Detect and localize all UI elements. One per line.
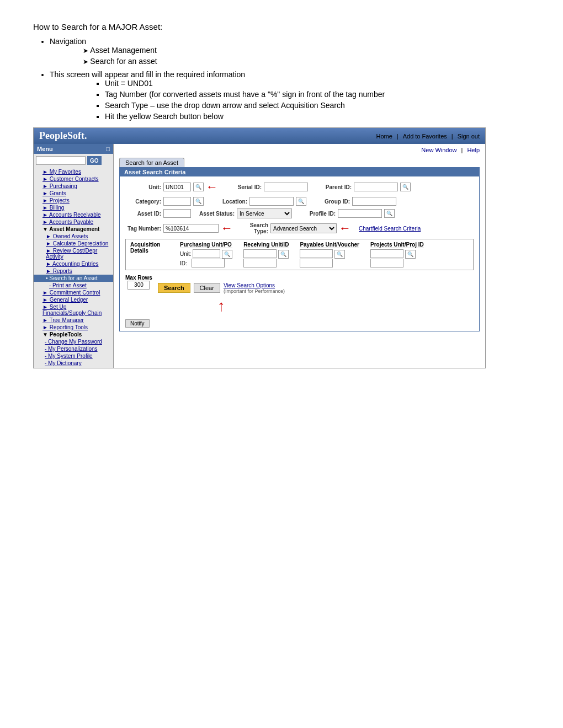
unit-lookup-button[interactable]: 🔍 [193, 183, 204, 191]
acq-col-receiving: Receiving Unit/ID 🔍 [243, 242, 289, 267]
unit-label: Unit: [125, 184, 161, 190]
acq-purchasing-unit-input[interactable] [193, 249, 220, 258]
category-input[interactable] [163, 197, 191, 206]
nav-item-asset-mgmt: Asset Management [83, 46, 530, 55]
sidebar-item-dictionary[interactable]: - My Dictionary [34, 360, 113, 367]
asset-status-field-group: Asset Status: In Service Disposed Transf… [199, 208, 292, 218]
category-label: Category: [125, 199, 161, 205]
sidebar-item-commitment[interactable]: ► Commitment Control [34, 289, 113, 296]
ps-top-bar: New Window | Help [119, 147, 480, 153]
sidebar-item-projects[interactable]: ► Projects [34, 197, 113, 204]
sidebar-item-ar[interactable]: ► Accounts Receivable [34, 211, 113, 218]
maxrows-input[interactable] [128, 281, 150, 290]
acq-col-payables: Payables Unit/Voucher 🔍 [300, 242, 359, 267]
search-button[interactable]: Search [158, 283, 190, 293]
acq-receiving-unit-input[interactable] [243, 249, 277, 258]
nav-item-search-asset: Search for an asset [83, 57, 530, 66]
chartfield-search-criteria-link[interactable]: Chartfield Search Criteria [359, 226, 421, 232]
home-link[interactable]: Home [376, 133, 392, 140]
profile-id-lookup-button[interactable]: 🔍 [384, 209, 395, 218]
profile-id-input[interactable] [338, 209, 382, 218]
serial-id-input[interactable] [264, 183, 308, 191]
acq-projects-id-input[interactable] [370, 259, 403, 267]
document-content: How to Search for a MAJOR Asset: Navigat… [33, 22, 530, 368]
sidebar-item-accounting[interactable]: ► Accounting Entries [34, 260, 113, 267]
asset-search-form: Asset Search Criteria Unit: 🔍 ← Ser [119, 167, 480, 331]
sidebar-item-reports[interactable]: ► Reports [34, 267, 113, 275]
acq-receiving-lookup[interactable]: 🔍 [278, 250, 289, 259]
sidebar-item-change-pw[interactable]: - Change My Password [34, 338, 113, 345]
asset-status-label: Asset Status: [199, 211, 235, 217]
sidebar-item-owned-assets[interactable]: ► Owned Assets [34, 233, 113, 240]
sidebar-item-purchasing[interactable]: ► Purchasing [34, 183, 113, 190]
peoplesoft-ui: PeopleSoft. Home | Add to Favorites | Si… [33, 127, 486, 368]
sidebar-item-review-cost[interactable]: ► Review Cost/Depr Activity [34, 247, 113, 260]
notify-section: Notify [125, 319, 474, 328]
sidebar-search-input[interactable] [36, 156, 86, 165]
form-row-4: Tag Number: ← SearchType: Advanced Searc… [125, 221, 474, 235]
sidebar-item-customer-contracts[interactable]: ► Customer Contracts [34, 175, 113, 183]
location-lookup-button[interactable]: 🔍 [296, 197, 306, 206]
sidebar-item-ap[interactable]: ► Accounts Payable [34, 218, 113, 226]
acq-purchasing-id-row: ID: [180, 259, 232, 267]
sidebar-item-print-asset[interactable]: - Print an Asset [34, 282, 113, 289]
unit-input[interactable] [163, 183, 191, 191]
sign-out-link[interactable]: Sign out [458, 133, 480, 140]
sidebar-item-billing[interactable]: ► Billing [34, 204, 113, 211]
tag-number-input[interactable] [163, 224, 219, 233]
sidebar-go-button[interactable]: GO [87, 156, 102, 165]
acq-projects-lookup[interactable]: 🔍 [405, 250, 416, 259]
location-label: Location: [211, 199, 247, 205]
form-row-3: Asset ID: Asset Status: In Service Dispo… [125, 208, 474, 218]
acq-projects-unit-input[interactable] [370, 249, 403, 258]
screen-sub-list: Unit = UND01 Tag Number (for converted a… [105, 79, 530, 121]
acq-payables-unit-input[interactable] [300, 249, 333, 258]
acq-purchasing-id-input[interactable] [192, 259, 225, 267]
add-favorites-link[interactable]: Add to Favorites [403, 133, 447, 140]
sidebar-item-personalizations[interactable]: - My Personalizations [34, 345, 113, 352]
maxrows-section: Max Rows [125, 275, 152, 290]
asset-status-select[interactable]: In Service Disposed Transferred All [237, 208, 292, 218]
sidebar-item-setup[interactable]: ► Set Up Financials/Supply Chain [34, 303, 113, 317]
sidebar-item-tree-mgr[interactable]: ► Tree Manager [34, 317, 113, 324]
sidebar-item-my-favorites[interactable]: ► My Favorites [34, 168, 113, 175]
sidebar-item-reporting[interactable]: ► Reporting Tools [34, 324, 113, 331]
search-buttons-group: Search Clear View Search Options (Import… [158, 282, 285, 315]
ps-main: New Window | Help Search for an Asset As… [114, 144, 485, 368]
search-tab[interactable]: Search for an Asset [119, 158, 184, 167]
sidebar-item-gl[interactable]: ► General Ledger [34, 296, 113, 303]
sidebar-item-system-profile[interactable]: - My System Profile [34, 352, 113, 360]
sidebar-collapse-icon[interactable]: □ [106, 146, 110, 152]
acq-projects-id-row [370, 259, 424, 267]
sidebar-item-calc-dep[interactable]: ► Calculate Depreciation [34, 240, 113, 247]
parent-id-input[interactable] [354, 183, 398, 191]
unit-red-arrow: ← [206, 180, 218, 194]
acquisition-columns: Purchasing Unit/PO Unit: 🔍 ID: [180, 242, 424, 267]
clear-button[interactable]: Clear [194, 283, 220, 293]
parent-id-lookup-button[interactable]: 🔍 [400, 183, 411, 191]
category-lookup-button[interactable]: 🔍 [193, 197, 204, 206]
sidebar-item-grants[interactable]: ► Grants [34, 190, 113, 197]
sidebar-item-search-asset[interactable]: • Search for an Asset [34, 275, 113, 282]
new-window-link[interactable]: New Window [421, 147, 456, 153]
acq-purchasing-unit-lookup[interactable]: 🔍 [222, 250, 232, 259]
asset-id-input[interactable] [163, 209, 191, 218]
form-row-2: Category: 🔍 Location: 🔍 Group ID: [125, 197, 474, 206]
notify-button[interactable]: Notify [125, 319, 150, 328]
help-link[interactable]: Help [467, 147, 480, 153]
search-type-select[interactable]: Advanced Search Basic Search Acquisition… [270, 223, 337, 233]
group-id-input[interactable] [352, 197, 396, 206]
profile-id-field-group: Profile ID: 🔍 [300, 209, 395, 218]
ps-header-right: Home | Add to Favorites | Sign out [376, 133, 480, 140]
ps-sidebar: Menu □ GO ► My Favorites ► Customer Cont… [34, 144, 114, 368]
acq-payables-id-input[interactable] [300, 259, 333, 267]
acq-receiving-id-input[interactable] [243, 259, 277, 267]
profile-id-label: Profile ID: [300, 211, 336, 217]
sep2: | [452, 133, 453, 140]
sidebar-item-peopletools[interactable]: ▼ PeopleTools [34, 331, 113, 338]
search-action-row: Max Rows Search Clear View Search Option… [125, 275, 474, 315]
acq-payables-lookup[interactable]: 🔍 [334, 250, 345, 259]
location-input[interactable] [249, 197, 294, 206]
sidebar-item-asset-mgmt[interactable]: ▼ Asset Management [34, 226, 113, 233]
view-search-options-link[interactable]: View Search Options [224, 282, 285, 288]
